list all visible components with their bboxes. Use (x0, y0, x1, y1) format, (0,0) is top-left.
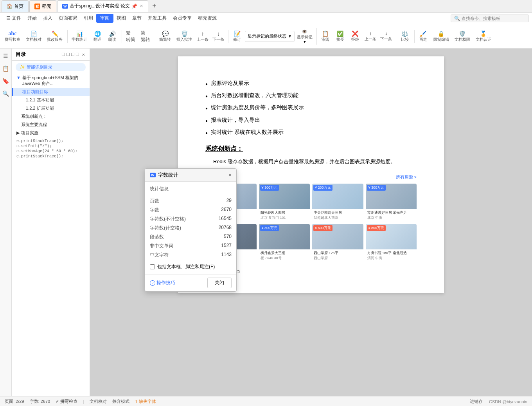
menu-file[interactable]: ☰ 文件 (3, 14, 24, 23)
next-change-icon: ↓ (385, 31, 387, 36)
show-markup-btn[interactable]: 👁️ 显示标记 ▼ (295, 28, 314, 45)
bullet-icon-3: ● (205, 105, 208, 112)
house-tag-2: ¥ 300万元 (260, 185, 279, 191)
next-change-btn[interactable]: ↓ 下一条 (379, 30, 394, 43)
include-textbox-checkbox[interactable] (150, 264, 155, 269)
sidebar-item-basic-func[interactable]: 1.2.1 基本功能 (12, 96, 90, 104)
non-chinese-value: 1527 (221, 243, 232, 249)
track-changes-label: 修订 (233, 37, 241, 42)
house-card-8[interactable]: ¥ 800万元 方舟书院 180平 南北通透 清河 中街 (366, 224, 417, 262)
house-info-8: 方舟书院 180平 南北通透 清河 中街 (366, 249, 417, 262)
insert-comment-btn[interactable]: 💬 简繁转 (157, 30, 173, 43)
show-markup-dropdown: ▼ (303, 40, 306, 44)
house-card-4[interactable]: ¥ 300万元 零距通透好三居 采光充足 北京 中街 (366, 184, 417, 222)
next-comment-btn[interactable]: ↓ 下一条 (211, 30, 226, 43)
paintbrush-btn[interactable]: 🖌️ 画笔 (416, 30, 430, 43)
menu-start[interactable]: 开始 (24, 14, 40, 23)
doc-review-btn[interactable]: 📄 文档校对 (23, 30, 44, 43)
word-count-btn[interactable]: 📊 字数统计 (69, 30, 90, 43)
smart-identify-btn[interactable]: ✨ 智能识别目录 (16, 63, 86, 71)
menu-bar: ☰ 文件 开始 插入 页面布局 引用 审阅 视图 章节 开发工具 会员专享 稻壳… (0, 13, 532, 24)
menu-dev-tools[interactable]: 开发工具 (145, 14, 170, 23)
sidebar-item-flow[interactable]: 系统主要流程 (12, 121, 90, 129)
spell-check-btn[interactable]: abc 拼写检查 (2, 30, 23, 43)
show-markup-state-btn[interactable]: 显示标记的最终状态 ▼ (245, 31, 295, 42)
prev-change-icon: ↑ (369, 31, 372, 36)
word-count-label: 字数统计 (72, 37, 87, 42)
delete-comment-btn[interactable]: 🗑️ 插入批注 (174, 30, 194, 43)
tab-home[interactable]: 🏠 首页 (2, 0, 29, 12)
house-more-btn[interactable]: 所有房源 > (396, 174, 417, 180)
sidebar-item-ext-func[interactable]: 1.2.2 扩展功能 (12, 104, 90, 112)
smart-label: 智能识别目录 (27, 64, 52, 70)
menu-insert[interactable]: 插入 (40, 14, 56, 23)
menu-review[interactable]: 审阅 (96, 14, 113, 23)
tab-doc[interactable]: W 基于spring...设计与实现 论文 📌 ✕ (57, 0, 148, 12)
sidebar-item-project-goal[interactable]: 项目功能目标 (12, 88, 90, 96)
house-card-2[interactable]: ¥ 300万元 阳光花园大四居 北京 复兴门 101 (259, 184, 310, 222)
sidebar-item-impl[interactable]: ▶ 项目实施 (12, 129, 90, 137)
tool-group-comment: 💬 简繁转 🗑️ 插入批注 ↑ 上一条 ↓ 下一条 (157, 30, 228, 43)
prev-change-btn[interactable]: ↑ 上一条 (363, 30, 378, 43)
shell-icon: 稻 (34, 4, 40, 9)
compare-btn[interactable]: ⚖️ 比较 (398, 30, 412, 43)
code-line-1: e.printStackTrace(); (16, 139, 85, 144)
code-line-4: e.printStackTrace(); (16, 154, 85, 159)
house-card-6[interactable]: ¥ 300万元 枫丹鑫景大三楼 板 7A46 38号 (259, 224, 310, 262)
doc-permission-btn[interactable]: 🛡️ 文档权限 (452, 30, 473, 43)
tool-group-check: abc 拼写检查 📄 文档校对 ✏️ 批改服务 (2, 30, 68, 43)
simp-to-trad-btn[interactable]: 简繁转 (138, 29, 153, 44)
restrict-edit-btn[interactable]: 🔒 限制编辑 (431, 30, 451, 43)
translate-btn[interactable]: 🌐 翻译 (90, 30, 104, 43)
menu-view[interactable]: 视图 (113, 14, 129, 23)
sidebar-icon-1[interactable]: ☐ (61, 52, 65, 57)
tab-shell[interactable]: 稻 稻壳 (29, 0, 56, 12)
sidebar-icon-2[interactable]: ☐ (66, 52, 70, 57)
sidebar-close-btn[interactable]: × (81, 52, 86, 58)
dialog-close-btn[interactable]: × (228, 172, 232, 178)
trad-to-simp-btn[interactable]: 繁转简 (124, 29, 138, 44)
track-changes-btn[interactable]: 📝 修订 (230, 30, 244, 43)
menu-member[interactable]: 会员专享 (170, 14, 195, 23)
dialog-row-chars: 字数 2670 (150, 206, 232, 215)
read-aloud-btn[interactable]: 🔊 朗读 (105, 30, 119, 43)
sidebar-item-root[interactable]: ▼ 基于 springboot+SSM 框架的 JavaWeb 房产... (12, 74, 90, 88)
review-pane-btn[interactable]: 📋 审阅 (318, 30, 332, 43)
menu-chapter[interactable]: 章节 (129, 14, 145, 23)
tips-link[interactable]: ? 操作技巧 (150, 280, 175, 286)
doc-close-icon[interactable]: ✕ (140, 4, 143, 9)
house-card-7[interactable]: ¥ 600万元 西山学府 126平 西山学府 (312, 224, 363, 262)
tab-add[interactable]: + (149, 1, 160, 12)
house-tag-3: ¥ 200万元 (313, 185, 332, 191)
sidebar-icon-3[interactable]: ☐ (71, 52, 75, 57)
review-pane-label: 审阅 (322, 37, 329, 42)
doc-review-label: 文档校对 (26, 37, 41, 42)
sidebar-icon-4[interactable]: ☐ (75, 52, 79, 57)
dialog-checkbox-row[interactable]: 包括文本框、脚注和尾注(F) (150, 263, 232, 270)
doc-certify-btn[interactable]: 🏅 文档认证 (473, 30, 494, 43)
correction-label: 批改服务 (47, 37, 63, 42)
menu-page-layout[interactable]: 页面布局 (56, 14, 81, 23)
correction-btn[interactable]: ✏️ 批改服务 (45, 30, 65, 43)
reject-btn[interactable]: ❌ 拒绝 (348, 30, 362, 43)
delete-comment-icon: 🗑️ (181, 31, 188, 37)
close-dialog-btn[interactable]: 关闭 (207, 278, 232, 288)
left-icon-search[interactable]: 🔍 (2, 89, 10, 98)
menu-reference[interactable]: 引用 (81, 14, 96, 23)
accept-btn[interactable]: ✅ 接受 (333, 30, 347, 43)
prev-comment-btn[interactable]: ↑ 上一条 (195, 30, 210, 43)
left-icon-outline[interactable]: ☰ (2, 52, 10, 60)
restrict-label: 限制编辑 (433, 37, 449, 42)
search-box[interactable]: 🔍 (451, 14, 529, 22)
menu-shell-resources[interactable]: 稻壳资源 (195, 14, 220, 23)
sidebar-item-innovation[interactable]: 系统创新点： (12, 112, 90, 121)
left-icon-clipboard[interactable]: 📋 (2, 64, 10, 73)
word-count-dialog: W 字数统计 × 统计信息 页数 29 字数 2670 字符数(不计空格) 16… (145, 168, 237, 292)
house-card-3[interactable]: ¥ 200万元 中央花园两天三居 我超越北大西瓜 (312, 184, 363, 222)
search-input[interactable] (462, 16, 525, 21)
doc-modified-icon: 📌 (131, 4, 137, 9)
left-icon-bookmark[interactable]: 🔖 (2, 77, 10, 85)
paintbrush-label: 画笔 (419, 37, 427, 42)
prev-comment-icon: ↑ (201, 31, 204, 37)
spell-label: 拼写检查 (5, 37, 20, 42)
